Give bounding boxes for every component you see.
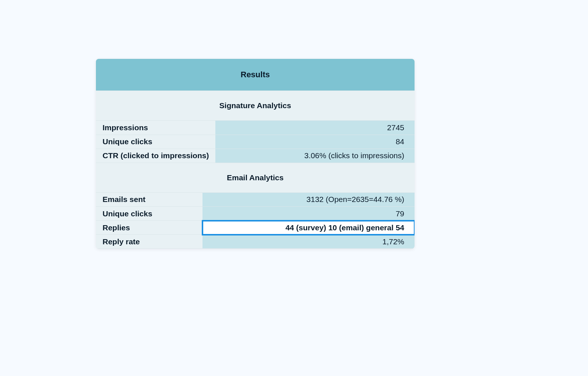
signature-ctr-value: 3.06% (clicks to impressions) <box>215 149 415 163</box>
email-replies-label: Replies <box>96 221 202 235</box>
signature-section-title: Signature Analytics <box>96 91 415 121</box>
email-sent-label: Emails sent <box>96 193 202 207</box>
signature-table: Impressions 2745 Unique clicks 84 CTR (c… <box>96 121 415 163</box>
email-unique-clicks-value: 79 <box>202 207 415 221</box>
email-sent-value: 3132 (Open=2635=44.76 %) <box>202 193 415 207</box>
signature-unique-clicks-label: Unique clicks <box>96 135 215 149</box>
email-unique-clicks-label: Unique clicks <box>96 207 202 221</box>
table-row: Emails sent 3132 (Open=2635=44.76 %) <box>96 193 415 207</box>
email-section-title: Email Analytics <box>96 163 415 193</box>
signature-unique-clicks-value: 84 <box>215 135 415 149</box>
table-row: Unique clicks 84 <box>96 135 415 149</box>
signature-impressions-label: Impressions <box>96 121 215 135</box>
email-replies-value[interactable]: 44 (survey) 10 (email) general 54 <box>202 221 415 235</box>
results-header: Results <box>96 59 415 91</box>
table-row: CTR (clicked to impressions) 3.06% (clic… <box>96 149 415 163</box>
results-card: Results Signature Analytics Impressions … <box>96 59 415 249</box>
signature-impressions-value: 2745 <box>215 121 415 135</box>
email-table: Emails sent 3132 (Open=2635=44.76 %) Uni… <box>96 193 415 249</box>
table-row: Unique clicks 79 <box>96 207 415 221</box>
table-row: Replies 44 (survey) 10 (email) general 5… <box>96 221 415 235</box>
table-row: Reply rate 1,72% <box>96 235 415 249</box>
email-reply-rate-value: 1,72% <box>202 235 415 249</box>
email-reply-rate-label: Reply rate <box>96 235 202 249</box>
signature-ctr-label: CTR (clicked to impressions) <box>96 149 215 163</box>
table-row: Impressions 2745 <box>96 121 415 135</box>
